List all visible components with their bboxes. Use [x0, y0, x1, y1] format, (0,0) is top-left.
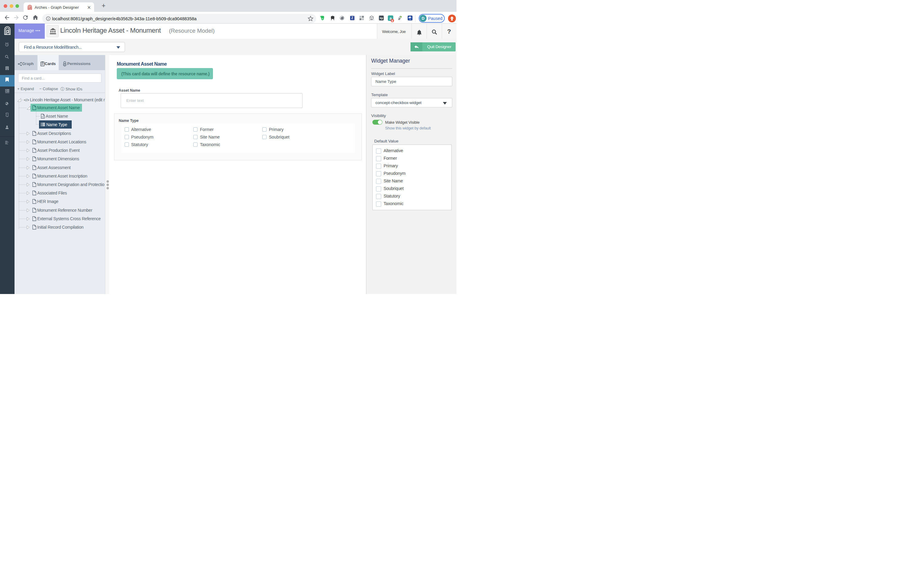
svg-text:Xp: Xp: [380, 17, 383, 19]
svg-text:8: 8: [391, 19, 393, 23]
svg-text:geojson.io: geojson.io: [369, 19, 374, 21]
svg-text:Z: Z: [351, 16, 353, 19]
